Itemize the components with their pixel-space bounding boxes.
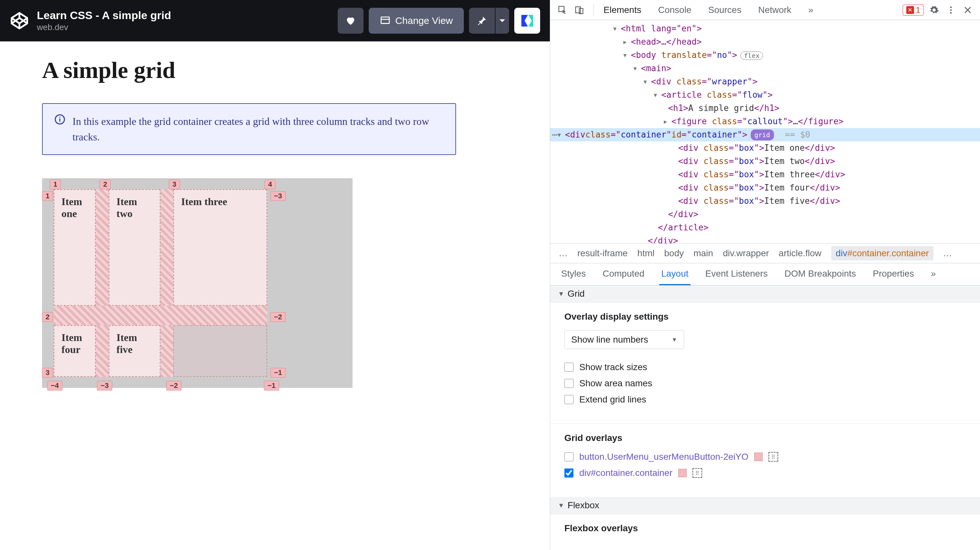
grid-line-col-2: 2	[100, 180, 111, 189]
external-logo-button[interactable]	[514, 8, 540, 33]
subtab-layout[interactable]: Layout	[659, 263, 690, 285]
dom-gutter-icon[interactable]: ⋯	[552, 128, 558, 142]
grid-overlay-1-checkbox[interactable]	[565, 452, 573, 461]
crumb-article[interactable]: article.flow	[779, 248, 821, 258]
crumb-ellipsis-left[interactable]: …	[558, 248, 568, 258]
pen-title: Learn CSS - A simple grid	[37, 9, 330, 22]
grid-section-body: Overlay display settings Show line numbe…	[550, 303, 980, 424]
crumb-ellipsis-right[interactable]: …	[943, 248, 952, 258]
svg-point-7	[950, 6, 952, 8]
svg-point-3	[59, 116, 60, 118]
crumb-selected[interactable]: div#container.container	[831, 246, 934, 260]
tab-sources[interactable]: Sources	[706, 1, 743, 19]
crumb-main[interactable]: main	[694, 248, 713, 258]
dom-line[interactable]: <div class="box">Item two</div>	[550, 155, 980, 168]
dom-line[interactable]: </div>	[550, 234, 980, 243]
grid-badge[interactable]: grid	[751, 129, 774, 140]
svg-point-8	[950, 9, 952, 11]
grid-overlay-2-checkbox[interactable]	[565, 469, 573, 478]
settings-icon[interactable]	[928, 3, 940, 16]
dom-line[interactable]: ▾<article class="flow">	[550, 88, 980, 102]
tabs-overflow[interactable]: »	[806, 1, 815, 19]
grid-item-empty	[173, 325, 267, 377]
grid-overlay-1-link[interactable]: button.UserMenu_userMenuButton-2eiYO	[579, 452, 748, 462]
pin-button[interactable]	[469, 8, 495, 33]
line-numbers-dropdown[interactable]: Show line numbers▼	[565, 330, 684, 349]
pen-author: web.dev	[37, 22, 330, 32]
subtab-dom-breakpoints[interactable]: DOM Breakpoints	[783, 263, 858, 285]
grid-gap-row-1	[54, 306, 267, 325]
grid-overlay-row-2: div#container.container ⠿	[565, 468, 966, 478]
error-count: 1	[916, 5, 920, 14]
device-icon[interactable]	[573, 3, 586, 16]
subtab-properties[interactable]: Properties	[871, 263, 916, 285]
dom-line[interactable]: ▾<main>	[550, 62, 980, 75]
dom-line[interactable]: </div>	[550, 208, 980, 221]
color-swatch[interactable]	[754, 453, 763, 461]
change-view-button[interactable]: Change View	[369, 8, 464, 33]
flex-badge[interactable]: flex	[740, 51, 763, 60]
grid-line-row-2: 2	[42, 312, 53, 322]
extend-grid-lines-checkbox[interactable]	[565, 395, 573, 404]
rendered-page: A simple grid In this example the grid c…	[0, 41, 550, 550]
subtab-styles[interactable]: Styles	[559, 263, 588, 285]
pin-caret-button[interactable]	[495, 8, 509, 33]
grid-gap-col-1	[96, 189, 109, 377]
dashed-box-icon[interactable]: ⠿	[692, 468, 702, 478]
show-area-names-row[interactable]: Show area names	[565, 378, 966, 389]
grid-line-row-3: 3	[42, 368, 53, 378]
color-swatch[interactable]	[678, 469, 687, 477]
dom-line[interactable]: <h1>A simple grid</h1>	[550, 102, 980, 115]
dom-line[interactable]: <div class="box">Item five</div>	[550, 194, 980, 208]
tab-console[interactable]: Console	[656, 1, 694, 19]
error-x-icon: ✕	[906, 6, 914, 14]
show-track-sizes-checkbox[interactable]	[565, 363, 573, 372]
crumb-html[interactable]: html	[638, 248, 655, 258]
inspect-icon[interactable]	[556, 3, 569, 16]
dom-line-selected[interactable]: ⋯ ▾<div class="container" id="container"…	[550, 128, 980, 141]
codepen-logo[interactable]	[10, 11, 29, 30]
grid-line-row-1: 1	[42, 191, 53, 201]
breadcrumb[interactable]: … result-iframe html body main div.wrapp…	[550, 243, 980, 263]
layout-panel[interactable]: ▼Grid Overlay display settings Show line…	[550, 285, 980, 550]
show-area-names-checkbox[interactable]	[565, 379, 573, 388]
grid-item-1: Item one	[54, 189, 96, 306]
devtools-panel: Elements Console Sources Network » ✕1 ▾<…	[550, 0, 980, 550]
show-track-sizes-row[interactable]: Show track sizes	[565, 362, 966, 372]
grid-line-row-n1: −1	[270, 368, 286, 378]
close-icon[interactable]	[961, 3, 974, 16]
crumb-body[interactable]: body	[664, 248, 684, 258]
dom-line[interactable]: <div class="box">Item one</div>	[550, 141, 980, 155]
heart-button[interactable]	[338, 8, 364, 33]
chevron-down-icon: ▼	[671, 336, 677, 343]
extend-grid-lines-row[interactable]: Extend grid lines	[565, 394, 966, 405]
tab-elements[interactable]: Elements	[601, 1, 643, 19]
dollar-zero: == $0	[785, 128, 810, 141]
grid-overlay-2-link[interactable]: div#container.container	[579, 468, 672, 478]
devtools-tabs: Elements Console Sources Network »	[601, 1, 899, 19]
dom-line[interactable]: ▾<div class="wrapper">	[550, 75, 980, 88]
dashed-box-icon[interactable]: ⠿	[768, 452, 778, 462]
error-badge[interactable]: ✕1	[903, 5, 924, 16]
grid-line-col-1: 1	[50, 180, 61, 189]
dom-line[interactable]: <div class="box">Item four</div>	[550, 181, 980, 194]
dom-line[interactable]: <div class="box">Item three</div>	[550, 168, 980, 181]
crumb-iframe[interactable]: result-iframe	[578, 248, 628, 258]
crumb-wrapper[interactable]: div.wrapper	[723, 248, 769, 258]
subtab-overflow[interactable]: »	[929, 263, 938, 285]
tab-network[interactable]: Network	[756, 1, 793, 19]
flexbox-section-header[interactable]: ▼Flexbox	[550, 497, 980, 514]
subtab-event-listeners[interactable]: Event Listeners	[703, 263, 770, 285]
dom-line[interactable]: </article>	[550, 221, 980, 234]
flexbox-section-body: Flexbox overlays	[550, 514, 980, 550]
dom-line[interactable]: ▾<html lang="en">	[550, 22, 980, 35]
grid-line-col-n1: −1	[264, 381, 279, 391]
page-preview: Learn CSS - A simple grid web.dev Change…	[0, 0, 550, 550]
dom-tree[interactable]: ▾<html lang="en"> ▸<head>…</head> ▾<body…	[550, 20, 980, 243]
grid-section-header[interactable]: ▼Grid	[550, 285, 980, 303]
dom-line[interactable]: ▸<head>…</head>	[550, 35, 980, 49]
subtab-computed[interactable]: Computed	[601, 263, 646, 285]
dom-line[interactable]: ▾<body translate="no">flex	[550, 49, 980, 62]
kebab-icon[interactable]	[944, 3, 957, 16]
dom-line[interactable]: ▸<figure class="callout">…</figure>	[550, 115, 980, 128]
